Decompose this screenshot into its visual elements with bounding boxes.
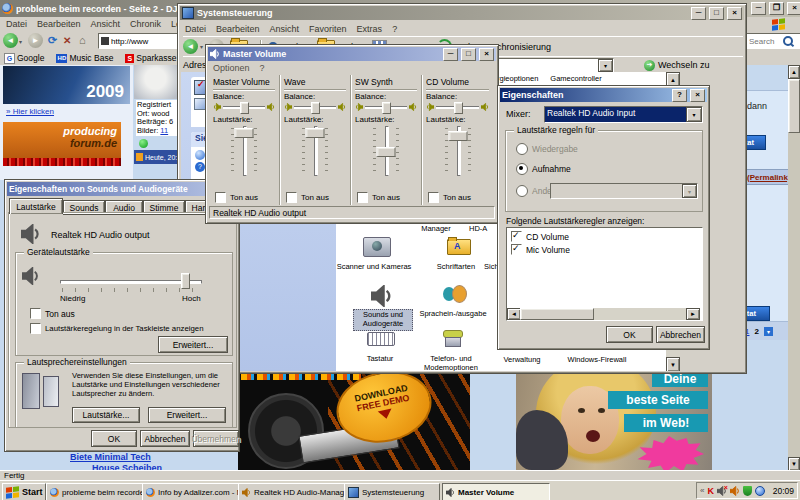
browser-restore-button[interactable]: ❐	[769, 2, 784, 15]
label-sounds-selected[interactable]: Sounds und Audiogeräte	[353, 309, 413, 331]
browser-menu-bearbeiten[interactable]: Bearbeiten	[37, 19, 81, 29]
sounds-devices-icon[interactable]	[371, 285, 393, 307]
task-control-panel[interactable]: Systemsteuerung	[344, 483, 440, 500]
dj-ad-banner[interactable]: DOWNLOAD FREE DEMO	[238, 368, 470, 470]
scroll-right-icon[interactable]: ►	[686, 308, 700, 320]
tray-volume-icon[interactable]	[730, 486, 740, 496]
record-radio[interactable]	[516, 163, 528, 175]
scroll-down-icon[interactable]: ▼	[788, 457, 800, 470]
mixer-ok-button[interactable]: OK	[606, 326, 653, 343]
radio-playback-row[interactable]: Wiedergabe	[516, 143, 578, 155]
fonts-icon[interactable]: A	[447, 239, 471, 255]
address-input[interactable]	[111, 37, 169, 46]
mute-row[interactable]: Ton aus	[357, 192, 400, 203]
sounds-ok-button[interactable]: OK	[91, 430, 137, 447]
go-button[interactable]: ➔ Wechseln zu	[644, 60, 709, 71]
cp-close-button[interactable]: ×	[727, 7, 742, 20]
taskbar-checkbox-row[interactable]: Lautstärkeregelung in der Taskleiste anz…	[30, 323, 204, 334]
playback-radio[interactable]	[516, 143, 528, 155]
hscroll-thumb[interactable]	[520, 308, 594, 320]
cp-menu-help[interactable]: ?	[392, 24, 397, 34]
balance-slider[interactable]	[436, 106, 479, 109]
mixer-dropdown-icon[interactable]: ▾	[686, 107, 702, 122]
cp-back-button[interactable]: ◄	[183, 39, 198, 54]
banner-2009[interactable]: 2009	[3, 66, 130, 104]
volume-slider-thumb[interactable]	[181, 273, 190, 289]
task-browser-2[interactable]: Info by Adalizer.com - M...	[142, 483, 242, 500]
scroll-left-icon[interactable]: ◄	[507, 308, 521, 320]
search-input[interactable]	[749, 37, 781, 46]
cd-volume-checkbox[interactable]	[511, 231, 522, 242]
hier-klicken-link[interactable]: » Hier klicken	[6, 107, 54, 116]
label-keyboard[interactable]: Tastatur	[357, 354, 403, 363]
scanner-cameras-icon[interactable]	[363, 237, 391, 257]
label-gamecontroller[interactable]: Gamecontroller	[536, 74, 616, 83]
mute-checkbox[interactable]	[215, 192, 226, 203]
pager-jump-button[interactable]: ▾	[764, 327, 773, 336]
back-button[interactable]: ◄	[3, 33, 18, 48]
browser-menu-datei[interactable]: Datei	[6, 19, 27, 29]
home-button[interactable]: ⌂	[79, 34, 86, 46]
mute-row[interactable]: Ton aus	[215, 192, 258, 203]
producing-forum-banner[interactable]: producing forum.de	[3, 122, 121, 158]
reload-button[interactable]: ⟳	[48, 34, 57, 47]
browser-minimize-button[interactable]: ─	[751, 2, 766, 15]
label-admin[interactable]: Verwaltung	[499, 355, 545, 364]
mixer-combobox[interactable]: Realtek HD Audio Input ▾	[544, 106, 703, 123]
cp-menu-extras[interactable]: Extras	[357, 24, 383, 34]
stop-button[interactable]: ✕	[63, 35, 71, 46]
keyboard-icon[interactable]	[367, 332, 395, 346]
task-realtek-manager[interactable]: Realtek HD Audio-Manager	[238, 483, 348, 500]
antivirus-shield-icon[interactable]	[743, 486, 752, 496]
bookmark-google[interactable]: GGoogle	[4, 53, 44, 64]
sounds-dialog-titlebar[interactable]: Eigenschaften von Sounds und Audiogeräte…	[7, 182, 237, 196]
volume-thumb[interactable]	[377, 147, 396, 157]
start-button[interactable]: Start	[2, 483, 46, 500]
sounds-apply-button[interactable]: Übernehmen	[193, 430, 239, 447]
back-dropdown-icon[interactable]: ▾	[19, 38, 22, 45]
advanced-button-1[interactable]: Erweitert...	[158, 336, 228, 353]
browser-menu-ansicht[interactable]: Ansicht	[91, 19, 121, 29]
mv-menu-optionen[interactable]: Optionen	[213, 63, 250, 73]
volume-thumb[interactable]	[448, 131, 467, 141]
mute-checkbox[interactable]	[30, 308, 41, 319]
label-speech[interactable]: Sprachein-/ausgabe	[413, 309, 493, 318]
mute-checkbox[interactable]	[357, 192, 368, 203]
list-item-cd-volume[interactable]: CD Volume	[511, 231, 569, 242]
mv-minimize-button[interactable]: ─	[443, 48, 458, 61]
bilder-link[interactable]: 11	[160, 126, 168, 135]
cp-maximize-button[interactable]: □	[709, 7, 724, 20]
bookmark-sparkasse[interactable]: SSparkasse	[125, 53, 176, 63]
tray-clock[interactable]: 20:09	[773, 486, 794, 496]
mv-menu-help[interactable]: ?	[260, 63, 265, 73]
mute-checkbox[interactable]	[286, 192, 297, 203]
mute-checkbox-row[interactable]: Ton aus	[30, 308, 75, 319]
browser-scrollbar[interactable]: ▲ ▼	[788, 65, 800, 470]
sounds-cancel-button[interactable]: Abbrechen	[140, 430, 190, 447]
task-master-volume[interactable]: Master Volume	[442, 483, 550, 500]
label-fragment-manager[interactable]: Manager	[406, 224, 466, 233]
mute-row[interactable]: Ton aus	[286, 192, 329, 203]
speech-icon[interactable]	[443, 285, 465, 305]
address-dropdown-icon[interactable]: ▾	[598, 59, 613, 72]
mic-volume-checkbox[interactable]	[511, 244, 522, 255]
cp-scroll-down-icon[interactable]: ▼	[666, 357, 680, 371]
listbox-hscrollbar[interactable]: ◄ ►	[507, 308, 700, 320]
volume-thumb[interactable]	[306, 128, 325, 138]
mute-row[interactable]: Ton aus	[428, 192, 471, 203]
scrollbar-thumb[interactable]	[788, 79, 800, 133]
phone-icon[interactable]	[443, 330, 463, 346]
volume-controls-listbox[interactable]: CD Volume Mic Volume ◄ ►	[506, 227, 703, 321]
task-browser-1[interactable]: probleme beim recorden ...	[46, 483, 146, 500]
mixer-help-button[interactable]: ?	[672, 89, 687, 102]
bookmark-musicbase[interactable]: HDMusic Base	[56, 53, 113, 63]
sell-link-line2[interactable]: House Scheiben	[92, 463, 162, 470]
tab-lautstaerke[interactable]: Lautstärke	[9, 198, 63, 214]
cp-menu-favoriten[interactable]: Favoriten	[309, 24, 347, 34]
search-icon[interactable]	[783, 36, 793, 46]
device-volume-slider[interactable]	[60, 273, 202, 287]
list-item-mic-volume[interactable]: Mic Volume	[511, 244, 570, 255]
balance-slider[interactable]	[294, 106, 336, 109]
label-firewall[interactable]: Windows-Firewall	[561, 355, 633, 364]
volume-slider[interactable]	[443, 126, 473, 176]
